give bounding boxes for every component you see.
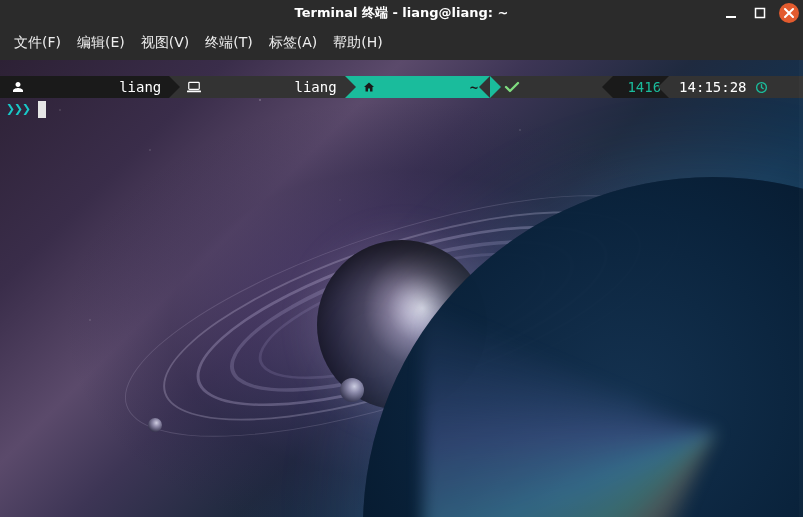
prompt-right-segments: 1416 14:15:28 — [490, 76, 803, 98]
menu-term[interactable]: 终端(T) — [197, 30, 260, 56]
maximize-button[interactable] — [750, 3, 770, 23]
svg-rect-3 — [187, 91, 201, 93]
minimize-button[interactable] — [721, 3, 741, 23]
svg-rect-1 — [756, 9, 765, 18]
menu-edit[interactable]: 编辑(E) — [69, 30, 133, 56]
prompt-host: liang — [294, 79, 336, 95]
menu-term-label: 终端(T) — [205, 34, 252, 50]
menu-help[interactable]: 帮助(H) — [325, 30, 390, 56]
menu-file[interactable]: 文件(F) — [6, 30, 69, 56]
menu-view[interactable]: 视图(V) — [133, 30, 198, 56]
prompt-time: 14:15:28 — [679, 79, 746, 95]
prompt-status-segment — [490, 76, 613, 98]
close-button[interactable] — [779, 3, 799, 23]
close-icon — [783, 7, 795, 19]
text-cursor — [38, 101, 46, 118]
prompt-time-segment: 14:15:28 — [669, 76, 803, 98]
prompt-user: liang — [119, 79, 161, 95]
terminal-viewport[interactable]: liang liang ~ — [0, 60, 803, 517]
window-title: Terminal 终端 - liang@liang: ~ — [295, 4, 509, 22]
home-icon — [363, 60, 464, 125]
prompt-input-line[interactable]: ❯❯❯ — [6, 100, 46, 118]
prompt-status-line: liang liang ~ — [0, 76, 803, 104]
prompt-symbol: ❯❯❯ — [6, 100, 30, 118]
terminal-scrollbar[interactable] — [799, 60, 803, 517]
svg-rect-2 — [189, 82, 200, 89]
clock-icon — [755, 60, 803, 126]
menu-tabs-label: 标签(A) — [269, 34, 318, 50]
menu-file-label: 文件(F) — [14, 34, 61, 50]
window-titlebar: Terminal 终端 - liang@liang: ~ — [0, 0, 803, 26]
prompt-host-segment: liang — [169, 76, 344, 98]
maximize-icon — [754, 7, 766, 19]
terminal-content: liang liang ~ — [0, 60, 803, 517]
prompt-path-segment: ~ — [345, 76, 491, 98]
prompt-history-count: 1416 — [627, 79, 661, 95]
menu-view-label: 视图(V) — [141, 34, 190, 50]
prompt-path: ~ — [470, 79, 478, 95]
laptop-icon — [187, 60, 288, 125]
menu-tabs[interactable]: 标签(A) — [261, 30, 326, 56]
check-icon — [504, 60, 605, 125]
window-controls — [721, 0, 799, 26]
minimize-icon — [725, 7, 737, 19]
prompt-user-segment: liang — [0, 76, 169, 98]
menu-edit-label: 编辑(E) — [77, 34, 125, 50]
menu-help-label: 帮助(H) — [333, 34, 382, 50]
svg-rect-0 — [726, 16, 736, 18]
menubar: 文件(F) 编辑(E) 视图(V) 终端(T) 标签(A) 帮助(H) — [0, 26, 803, 60]
prompt-left-segments: liang liang ~ — [0, 76, 490, 98]
